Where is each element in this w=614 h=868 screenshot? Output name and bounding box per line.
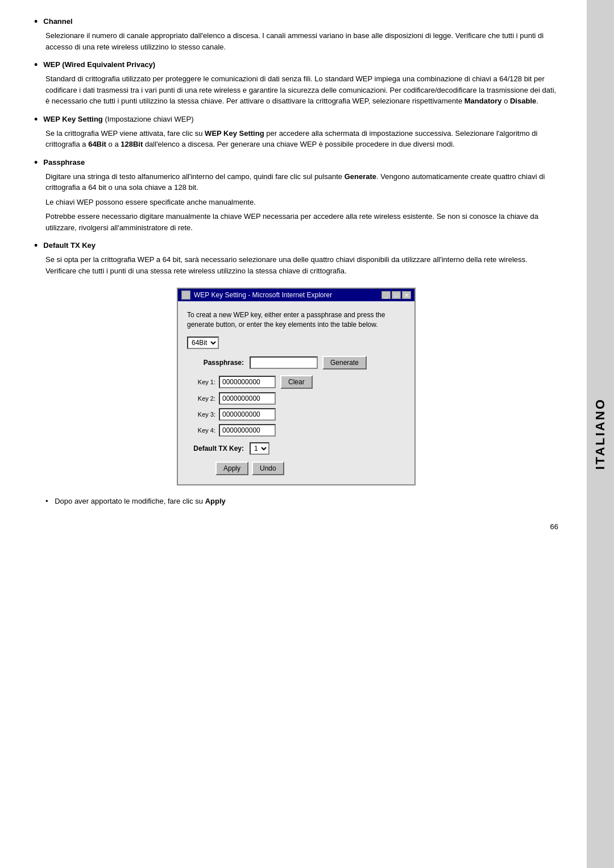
key3-input[interactable]: [219, 408, 276, 421]
key4-label: Key 4:: [187, 427, 215, 434]
dialog-icon: [181, 290, 190, 300]
channel-text: Selezionare il numero di canale appropri…: [45, 30, 558, 52]
default-tx-field-label: Default TX Key:: [187, 445, 244, 452]
bullet-dot-wep: •: [34, 59, 38, 71]
default-tx-select[interactable]: 1: [250, 442, 269, 455]
side-tab-label: ITALIANO: [593, 398, 608, 470]
passphrase-extra1: Le chiavi WEP possono essere specificate…: [45, 197, 558, 208]
apply-undo-row: Apply Undo: [215, 462, 405, 475]
passphrase-input[interactable]: [250, 356, 318, 369]
dialog-instruction: To creat a new WEP key, either enter a p…: [187, 310, 405, 330]
key2-input[interactable]: [219, 392, 276, 405]
keys-section: Key 1: Clear Key 2: Key 3:: [187, 375, 405, 437]
clear-button[interactable]: Clear: [280, 375, 313, 389]
undo-button[interactable]: Undo: [252, 462, 284, 475]
key2-row: Key 2:: [187, 392, 405, 405]
passphrase-text: Digitare una stringa di testo alfanumeri…: [45, 171, 558, 193]
key3-label: Key 3:: [187, 411, 215, 418]
bullet-dot-footer: •: [45, 497, 48, 505]
passphrase-field-label: Passphrase:: [187, 359, 244, 367]
default-tx-row: Default TX Key: 1: [187, 442, 405, 455]
page-number: 66: [34, 522, 558, 531]
dialog-titlebar: WEP Key Setting - Microsoft Internet Exp…: [178, 289, 414, 301]
side-tab: ITALIANO: [587, 0, 614, 868]
key1-label: Key 1:: [187, 379, 215, 385]
wep-title: WEP (Wired Equivalent Privacy): [43, 60, 155, 69]
key2-label: Key 2:: [187, 395, 215, 402]
bullet-dot-wep-key: •: [34, 114, 38, 126]
bit-dropdown-row: 64Bit: [187, 337, 405, 349]
footer-text: Dopo aver apportato le modifiche, fare c…: [55, 497, 226, 505]
channel-title: Channel: [43, 17, 72, 26]
key4-input[interactable]: [219, 424, 276, 437]
wep-key-title-paren: (Impostazione chiavi WEP): [105, 115, 193, 123]
apply-button[interactable]: Apply: [215, 462, 248, 475]
default-tx-title: Default TX Key: [43, 241, 96, 250]
bit-select[interactable]: 64Bit: [187, 337, 219, 349]
bullet-dot-default-tx: •: [34, 240, 38, 252]
wep-key-text: Se la crittografia WEP viene attivata, f…: [45, 128, 558, 150]
generate-button[interactable]: Generate: [322, 356, 367, 369]
footer-apply-bold: Apply: [205, 497, 226, 505]
bottom-bullet: • Dopo aver apportato le modifiche, fare…: [45, 497, 558, 505]
wep-key-title: WEP Key Setting: [43, 115, 105, 123]
key1-row: Key 1: Clear: [187, 375, 405, 389]
default-tx-text: Se si opta per la crittografia WEP a 64 …: [45, 254, 558, 276]
maximize-button[interactable]: □: [392, 291, 401, 299]
close-button[interactable]: ✕: [402, 291, 411, 299]
wep-dialog: WEP Key Setting - Microsoft Internet Exp…: [177, 288, 416, 485]
dialog-title: WEP Key Setting - Microsoft Internet Exp…: [194, 291, 332, 299]
minimize-button[interactable]: _: [381, 291, 391, 299]
key1-input[interactable]: [219, 376, 276, 388]
passphrase-row: Passphrase: Generate: [187, 356, 405, 369]
passphrase-title: Passphrase: [43, 158, 85, 167]
bullet-dot-channel: •: [34, 16, 38, 28]
key4-row: Key 4:: [187, 424, 405, 437]
passphrase-extra2: Potrebbe essere necessario digitare manu…: [45, 211, 558, 233]
key3-row: Key 3:: [187, 408, 405, 421]
wep-text: Standard di crittografia utilizzato per …: [45, 73, 558, 107]
bullet-dot-passphrase: •: [34, 157, 38, 169]
